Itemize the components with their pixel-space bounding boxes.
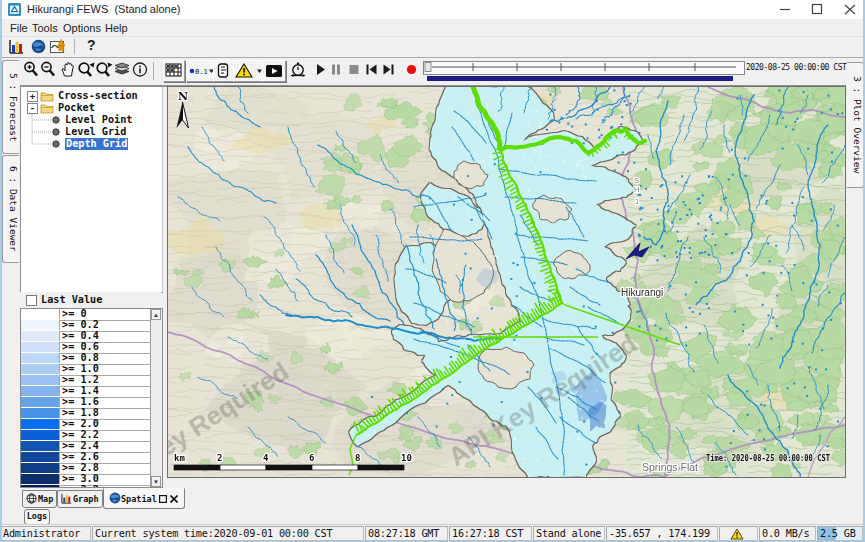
legend-value-label: >= 1.0 [62,363,99,374]
toolbar-separator [153,62,154,80]
window-title: Hikurangi FEWS (Stand alone) [27,3,180,15]
legend-swatch [21,364,60,374]
status-bar: AdministratorCurrent system time:2020-09… [0,524,865,542]
legend-value-label: >= 1.6 [62,396,99,407]
zoom-out-icon[interactable] [40,61,56,78]
tree-node-pocket[interactable]: - Pocket [21,102,160,114]
scroll-up-button[interactable]: ▲ [151,309,161,320]
zoom-previous-icon[interactable] [77,61,96,78]
sidebar-tab-plot-overview[interactable]: 3 : Plot Overview [847,62,864,188]
sidebar-tab-data-viewer[interactable]: 6 : Data Viewer [2,155,19,263]
sidebar-tab-forecast[interactable]: 5 : Forecast [2,60,19,154]
profile-button[interactable] [213,60,234,82]
legend-swatch [21,463,60,473]
legend-swatch [21,342,60,352]
legend-swatch [21,375,60,385]
legend-value-label: >= 0.4 [62,330,99,341]
last-value-checkbox[interactable] [26,295,37,306]
status-cell: Current system time:2020-09-01 00:00 CST [92,526,364,541]
tab-map[interactable]: Map [22,490,57,508]
scroll-down-button[interactable]: ▼ [151,476,161,487]
pause-button[interactable] [329,63,343,76]
svg-text:H: H [634,185,639,194]
timeline-handle[interactable] [425,63,431,72]
skip-to-start-button[interactable] [364,63,379,76]
collapse-icon[interactable]: - [27,103,38,114]
legend-swatch [21,397,60,407]
close-button[interactable] [835,0,865,19]
menu-tools[interactable]: Tools [30,21,60,35]
main-toolbar: ? [2,37,863,58]
legend-value-label: >= 1.2 [62,374,99,385]
timeline-progress-bar [427,76,733,81]
layers-tree-panel: + Cross-section- Pocket Level Point Leve… [20,86,163,293]
interval-dropdown-button[interactable]: 0.1 [186,60,216,82]
legend-value-label: >= 2.0 [62,418,99,429]
stop-button[interactable] [347,63,361,76]
timer-icon[interactable] [288,61,308,80]
legend-table: >= 0>= 0.2>= 0.4>= 0.6>= 0.8>= 1.0>= 1.2… [20,308,163,488]
interval-label: 0.1 [195,68,208,76]
legend-value-label: >= 3.0 [62,473,99,484]
thresholds-dropdown-button[interactable] [233,60,265,82]
expand-icon[interactable]: + [27,91,38,102]
folder-icon [40,90,54,102]
animate-button[interactable] [262,60,286,82]
play-button[interactable] [314,63,328,76]
town-label: Hikurangi [621,287,663,298]
tree-node-label: Level Point [65,114,132,126]
legend-swatch [21,408,60,418]
maximize-button[interactable] [802,0,832,19]
title-bar: Hikurangi FEWS (Stand alone) [0,0,865,19]
legend-swatch [21,452,60,462]
legend-value-label: >= 2.2 [62,429,99,440]
tab-close-icon[interactable] [170,495,178,503]
legend-scrollbar[interactable]: ▲ ▼ [150,309,162,487]
zoom-in-icon[interactable] [23,61,39,78]
info-icon[interactable] [132,61,148,78]
layers-icon[interactable] [114,61,130,78]
record-button[interactable] [405,63,418,76]
tree-node-cross-section[interactable]: + Cross-section [21,90,160,102]
legend-value-label: >= 0.8 [62,352,99,363]
tree-node-label: Depth Grid [65,138,128,150]
svg-text:10: 10 [401,453,412,463]
memory-label: 2.5 GB [820,528,856,539]
svg-text:8: 8 [355,453,360,463]
legend-swatch [21,419,60,429]
tab-graph[interactable]: Graph [57,490,103,508]
logs-button[interactable]: Logs [24,509,50,525]
pan-hand-icon[interactable] [59,61,76,78]
map-view[interactable]: API Key Required API Key Required Hikura… [167,86,846,478]
tree-node-level-grid[interactable]: Level Grid [21,126,160,138]
tree-node-label: Pocket [58,102,95,114]
menu-file[interactable]: File [8,21,30,35]
globe-explorer-icon[interactable] [31,39,46,54]
legend-swatch [21,309,60,319]
node-bullet-icon [52,116,60,124]
forecast-dialog-icon[interactable] [9,39,24,54]
legend-value-label: >= 0.2 [62,319,99,330]
skip-to-end-button[interactable] [381,63,396,76]
tab-restore-icon[interactable] [159,495,167,503]
status-cell: -35.657 , 174.199 [606,526,718,541]
import-status-icon[interactable] [50,39,68,55]
svg-text:N: N [178,90,188,103]
menu-help[interactable]: Help [103,21,130,35]
legend-value-label: >= 1.8 [62,407,99,418]
map-time-label: Time: 2020-08-25 00:00:00 CST [706,452,830,463]
tree-node-depth-grid[interactable]: Depth Grid [21,138,160,150]
tab-spatial[interactable]: Spatial [103,488,185,509]
status-warning-icon [719,526,758,541]
zoom-next-icon[interactable] [95,61,114,78]
timeline-slider[interactable] [423,61,745,75]
help-button[interactable]: ? [87,37,96,53]
status-memory-gauge: 2.5 GB [817,526,863,541]
last-value-label: Last Value [41,294,102,305]
map-canvas[interactable]: API Key Required API Key Required Hikura… [168,87,845,477]
menu-options[interactable]: Options [61,21,103,35]
node-bullet-icon [52,140,60,148]
grid-display-button[interactable] [163,60,185,82]
minimize-button[interactable] [770,0,800,19]
tree-node-level-point[interactable]: Level Point [21,114,160,126]
